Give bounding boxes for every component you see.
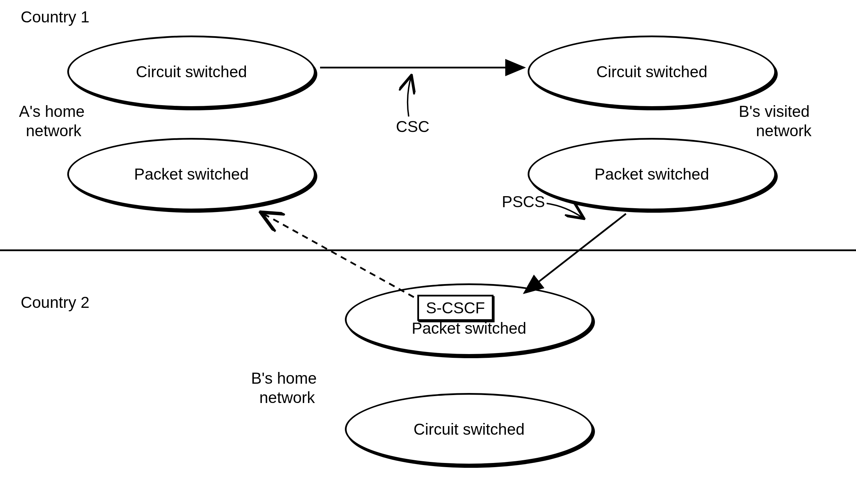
arrow-pscs	[524, 214, 626, 293]
label-b-visited-l2: network	[756, 121, 812, 140]
node-bv-cs-label: Circuit switched	[596, 62, 707, 81]
label-a-home-l2: network	[26, 121, 81, 140]
node-bh-cs-label: Circuit switched	[414, 420, 525, 439]
node-a-cs-label: Circuit switched	[136, 62, 247, 81]
node-a-ps: Packet switched	[67, 138, 316, 210]
node-bv-cs: Circuit switched	[528, 36, 776, 108]
node-a-cs: Circuit switched	[67, 36, 316, 108]
label-b-home-l2: network	[259, 388, 315, 407]
pointer-pscs	[547, 203, 583, 218]
node-bv-ps: Packet switched	[528, 138, 776, 210]
box-s-cscf-label: S-CSCF	[426, 299, 485, 317]
label-b-home-l1: B's home	[251, 369, 317, 387]
label-pscs: PSCS	[502, 192, 545, 211]
label-b-visited-l1: B's visited	[739, 102, 810, 121]
box-s-cscf: S-CSCF	[417, 295, 494, 321]
node-bv-ps-label: Packet switched	[595, 165, 709, 183]
node-bh-ps-label: Packet switched	[412, 319, 526, 337]
label-a-home-l1: A's home	[19, 102, 84, 121]
node-a-ps-label: Packet switched	[134, 165, 249, 183]
label-csc: CSC	[396, 117, 429, 136]
heading-country2: Country 2	[21, 293, 89, 312]
arrow-dashed-return	[262, 213, 414, 297]
node-bh-cs: Circuit switched	[345, 393, 593, 465]
heading-country1: Country 1	[21, 8, 89, 26]
pointer-csc	[408, 77, 411, 117]
